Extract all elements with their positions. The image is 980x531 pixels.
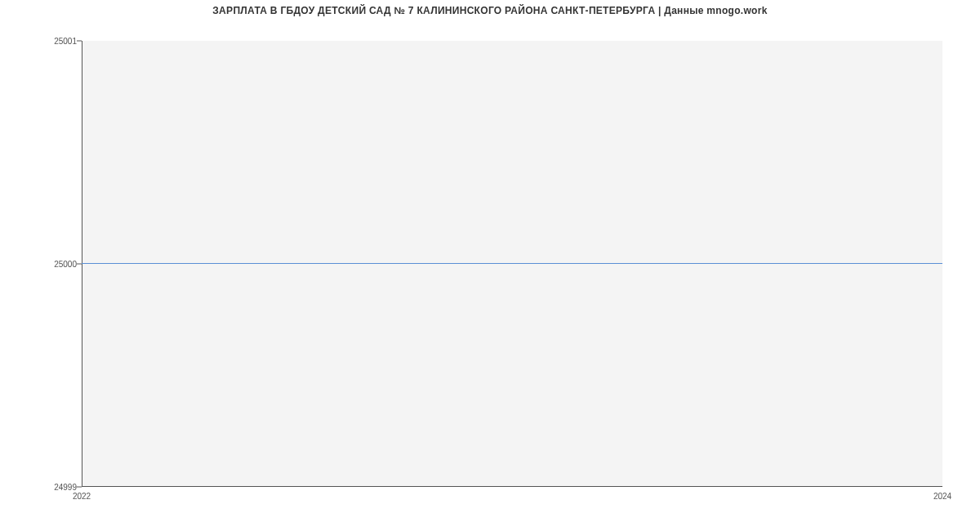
y-tick-label-bot: 24999 xyxy=(3,483,77,492)
x-tick-label-left: 2022 xyxy=(73,492,91,501)
chart-container: ЗАРПЛАТА В ГБДОУ ДЕТСКИЙ САД № 7 КАЛИНИН… xyxy=(0,0,980,531)
plot-area xyxy=(82,41,942,487)
y-tick-label-mid: 25000 xyxy=(3,260,77,269)
y-tick-label-top: 25001 xyxy=(3,37,77,46)
chart-title: ЗАРПЛАТА В ГБДОУ ДЕТСКИЙ САД № 7 КАЛИНИН… xyxy=(0,5,980,16)
data-series-line xyxy=(82,263,942,264)
x-tick-label-right: 2024 xyxy=(933,492,951,501)
